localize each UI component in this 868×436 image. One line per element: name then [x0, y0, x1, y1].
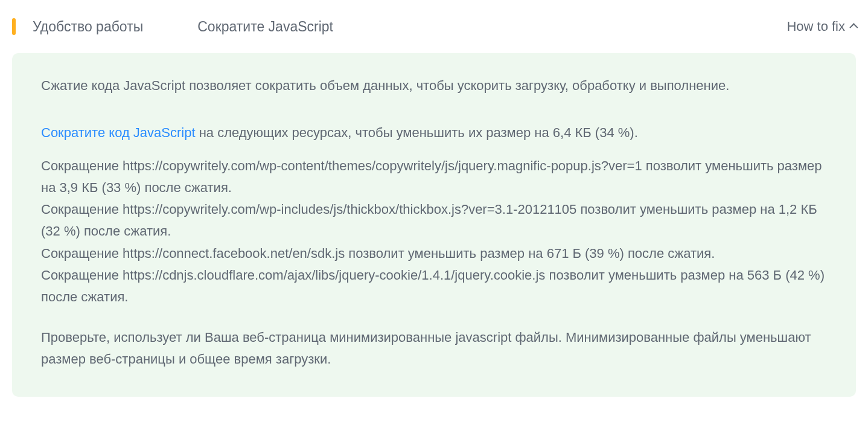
- closing-paragraph: Проверьте, использует ли Ваша веб-страни…: [41, 327, 827, 371]
- intro-paragraph: Сжатие кода JavaScript позволяет сократи…: [41, 75, 827, 97]
- list-item: Сокращение https://copywritely.com/wp-in…: [41, 199, 827, 243]
- issue-description-panel: Сжатие кода JavaScript позволяет сократи…: [12, 53, 856, 397]
- item-prefix: Сокращение: [41, 158, 123, 173]
- minify-js-link[interactable]: Сократите код JavaScript: [41, 125, 196, 140]
- severity-indicator: [12, 18, 16, 35]
- summary-line: Сократите код JavaScript на следующих ре…: [41, 122, 827, 144]
- list-item: Сокращение https://copywritely.com/wp-co…: [41, 155, 827, 199]
- how-to-fix-toggle[interactable]: How to fix: [787, 19, 856, 34]
- item-url: https://connect.facebook.net/en/sdk.js: [123, 246, 345, 261]
- resource-list: Сокращение https://copywritely.com/wp-co…: [41, 155, 827, 309]
- how-to-fix-label: How to fix: [787, 19, 845, 34]
- item-prefix: Сокращение: [41, 268, 123, 283]
- issue-header: Удобство работы Сократите JavaScript How…: [12, 18, 856, 35]
- item-prefix: Сокращение: [41, 202, 123, 217]
- summary-rest: на следующих ресурсах, чтобы уменьшить и…: [196, 125, 638, 140]
- list-item: Сокращение https://connect.facebook.net/…: [41, 243, 827, 264]
- item-url: https://copywritely.com/wp-includes/js/t…: [123, 202, 576, 217]
- issue-title: Сократите JavaScript: [197, 19, 333, 35]
- chevron-up-icon: [849, 23, 858, 31]
- list-item: Сокращение https://cdnjs.cloudflare.com/…: [41, 264, 827, 309]
- item-suffix: позволит уменьшить размер на 671 Б (39 %…: [345, 246, 715, 261]
- item-prefix: Сокращение: [41, 246, 123, 261]
- item-url: https://cdnjs.cloudflare.com/ajax/libs/j…: [123, 268, 545, 283]
- issue-category: Удобство работы: [33, 19, 143, 35]
- item-url: https://copywritely.com/wp-content/theme…: [123, 158, 642, 173]
